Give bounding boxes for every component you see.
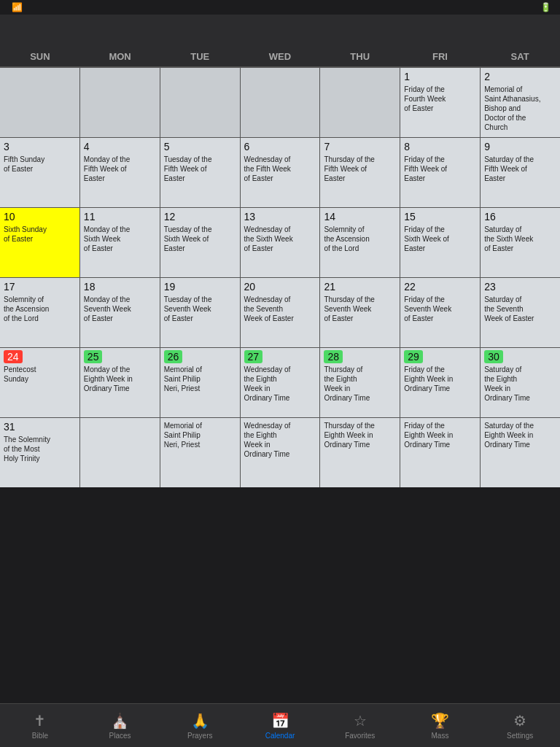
calendar-container: 1Friday of the Fourth Week of Easter2Mem… <box>0 67 560 487</box>
settings-icon: ⚙ <box>513 712 526 729</box>
day-cell[interactable]: 10Sixth Sunday of Easter <box>0 208 79 277</box>
day-description: Friday of the Eighth Week in Ordinary Ti… <box>404 365 476 393</box>
day-header-thu: THU <box>320 47 400 66</box>
day-header-fri: FRI <box>400 47 481 66</box>
day-description: Tuesday of the Seventh Week of Easter <box>164 295 236 323</box>
day-cell[interactable] <box>320 68 400 137</box>
day-description: Friday of the Eighth Week in Ordinary Ti… <box>404 421 476 449</box>
mass-tab-label: Mass <box>432 732 449 740</box>
day-description: Thursday of the Fifth Week of Easter <box>324 155 396 183</box>
day-cell[interactable]: 3Fifth Sunday of Easter <box>0 138 79 207</box>
prayers-tab-label: Prayers <box>187 732 212 740</box>
day-cell[interactable]: Memorial of Saint Philip Neri, Priest <box>160 418 240 487</box>
day-cell[interactable]: 17Solemnity of the Ascension of the Lord <box>0 278 79 347</box>
day-cell[interactable]: 20Wednesday of the Seventh Week of Easte… <box>241 278 320 347</box>
day-description: Friday of the Fourth Week of Easter <box>404 85 476 113</box>
day-cell[interactable]: Friday of the Eighth Week in Ordinary Ti… <box>400 418 480 487</box>
tab-settings[interactable]: ⚙Settings <box>480 704 560 747</box>
tab-prayers[interactable]: 🙏Prayers <box>160 704 240 747</box>
day-cell[interactable]: 28Thursday of the Eighth Week in Ordinar… <box>320 348 400 417</box>
day-cell[interactable]: 1Friday of the Fourth Week of Easter <box>400 68 480 137</box>
day-description: Memorial of Saint Philip Neri, Priest <box>164 421 236 449</box>
day-description: Wednesday of the Fifth Week of Easter <box>244 155 316 183</box>
day-description: Monday of the Sixth Week of Easter <box>84 225 156 253</box>
day-cell[interactable]: 19Tuesday of the Seventh Week of Easter <box>160 278 240 347</box>
day-description: Pentecost Sunday <box>4 365 76 384</box>
day-cell[interactable]: Wednesday of the Eighth Week in Ordinary… <box>241 418 320 487</box>
day-description: Monday of the Fifth Week of Easter <box>84 155 156 183</box>
day-cell[interactable]: 26Memorial of Saint Philip Neri, Priest <box>160 348 240 417</box>
bible-icon: ✝ <box>34 712 46 729</box>
day-cell[interactable]: 5Tuesday of the Fifth Week of Easter <box>160 138 240 207</box>
day-cell[interactable]: 15Friday of the Sixth Week of Easter <box>400 208 480 277</box>
day-cell[interactable]: 2Memorial of Saint Athanasius, Bishop an… <box>481 68 560 137</box>
day-header-mon: MON <box>80 47 160 66</box>
favorites-icon: ☆ <box>354 712 367 729</box>
day-cell[interactable]: 18Monday of the Seventh Week of Easter <box>80 278 160 347</box>
day-number: 15 <box>404 211 476 222</box>
wifi-icon: 📶 <box>12 2 23 12</box>
tab-favorites[interactable]: ☆Favorites <box>320 704 400 747</box>
day-cell[interactable]: 12Tuesday of the Sixth Week of Easter <box>160 208 240 277</box>
places-icon: ⛪ <box>111 712 129 729</box>
day-description: Memorial of Saint Athanasius, Bishop and… <box>484 85 556 132</box>
day-cell[interactable]: 7Thursday of the Fifth Week of Easter <box>320 138 400 207</box>
day-description: Tuesday of the Fifth Week of Easter <box>164 155 236 183</box>
day-cell[interactable]: Thursday of the Eighth Week in Ordinary … <box>320 418 400 487</box>
day-cell[interactable]: 29Friday of the Eighth Week in Ordinary … <box>400 348 480 417</box>
day-cell[interactable] <box>80 418 160 487</box>
day-cell[interactable]: 23Saturday of the Seventh Week of Easter <box>481 278 560 347</box>
day-cell[interactable]: 9Saturday of the Fifth Week of Easter <box>481 138 560 207</box>
day-number: 26 <box>164 351 236 363</box>
tab-bar: ✝Bible⛪Places🙏Prayers📅Calendar☆Favorites… <box>0 703 560 747</box>
day-number: 6 <box>244 141 316 152</box>
day-cell[interactable] <box>241 68 320 137</box>
day-cell[interactable]: 4Monday of the Fifth Week of Easter <box>80 138 160 207</box>
day-cell[interactable]: 21Thursday of the Seventh Week of Easter <box>320 278 400 347</box>
day-cell[interactable]: 14Solemnity of the Ascension of the Lord <box>320 208 400 277</box>
day-cell[interactable]: Saturday of the Eighth Week in Ordinary … <box>481 418 560 487</box>
day-cell[interactable]: 27Wednesday of the Eighth Week in Ordina… <box>241 348 320 417</box>
day-number: 30 <box>484 351 556 363</box>
day-headers: SUNMONTUEWEDTHUFRISAT <box>0 47 560 67</box>
day-cell[interactable] <box>0 68 79 137</box>
tab-mass[interactable]: 🏆Mass <box>400 704 481 747</box>
day-cell[interactable] <box>80 68 160 137</box>
day-cell[interactable]: 16Saturday of the Sixth Week of Easter <box>481 208 560 277</box>
day-description: Fifth Sunday of Easter <box>4 155 76 174</box>
day-cell[interactable]: 22Friday of the Seventh Week of Easter <box>400 278 480 347</box>
tab-places[interactable]: ⛪Places <box>80 704 160 747</box>
day-number: 21 <box>324 281 396 293</box>
day-number: 31 <box>4 421 76 433</box>
day-number: 9 <box>484 141 556 152</box>
favorites-tab-label: Favorites <box>345 732 375 740</box>
day-description: Friday of the Sixth Week of Easter <box>404 225 476 253</box>
day-number: 18 <box>84 281 156 293</box>
day-number: 5 <box>164 141 236 152</box>
day-cell[interactable]: 6Wednesday of the Fifth Week of Easter <box>241 138 320 207</box>
calendar-icon: 📅 <box>271 712 289 729</box>
day-cell[interactable]: 8Friday of the Fifth Week of Easter <box>400 138 480 207</box>
day-cell[interactable]: 31The Solemnity of the Most Holy Trinity <box>0 418 79 487</box>
day-description: Wednesday of the Eighth Week in Ordinary… <box>244 365 316 403</box>
day-cell[interactable]: 30Saturday of the Eighth Week in Ordinar… <box>481 348 560 417</box>
day-description: Monday of the Seventh Week of Easter <box>84 295 156 323</box>
day-number: 24 <box>4 351 76 363</box>
day-cell[interactable]: 13Wednesday of the Sixth Week of Easter <box>241 208 320 277</box>
settings-tab-label: Settings <box>507 732 533 740</box>
day-cell[interactable]: 24Pentecost Sunday <box>0 348 79 417</box>
day-description: Wednesday of the Sixth Week of Easter <box>244 225 316 253</box>
tab-calendar[interactable]: 📅Calendar <box>240 704 320 747</box>
day-description: Memorial of Saint Philip Neri, Priest <box>164 365 236 393</box>
day-description: Monday of the Eighth Week in Ordinary Ti… <box>84 365 156 393</box>
day-description: The Solemnity of the Most Holy Trinity <box>4 435 76 463</box>
day-header-wed: WED <box>240 47 320 66</box>
day-cell[interactable]: 11Monday of the Sixth Week of Easter <box>80 208 160 277</box>
tab-bible[interactable]: ✝Bible <box>0 704 80 747</box>
day-cell[interactable] <box>160 68 240 137</box>
status-right: 🔋 <box>537 2 551 12</box>
status-left: 📶 <box>9 2 23 12</box>
day-description: Friday of the Seventh Week of Easter <box>404 295 476 323</box>
day-cell[interactable]: 25Monday of the Eighth Week in Ordinary … <box>80 348 160 417</box>
day-description: Thursday of the Eighth Week in Ordinary … <box>324 365 396 403</box>
